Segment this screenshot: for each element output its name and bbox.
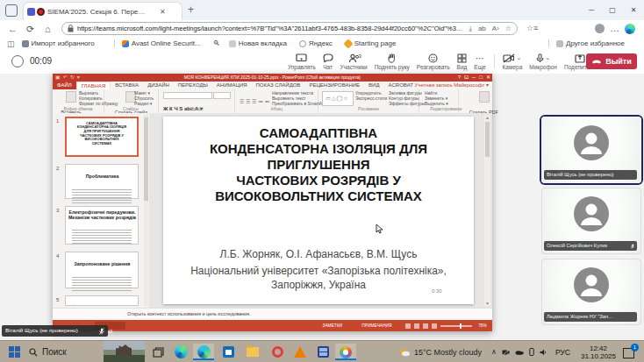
view-button[interactable]: Вид (454, 49, 471, 74)
refresh-icon[interactable]: ⟳ (26, 24, 34, 35)
text-direction-button[interactable]: Направление текста (272, 91, 325, 94)
layout-button[interactable]: Макет ▾ (134, 91, 154, 94)
ppt-help-icon[interactable]: ? (458, 75, 461, 81)
zoom-level[interactable]: 76% (478, 323, 487, 329)
comments-toggle[interactable]: ПРИМЕЧАНИЯ (362, 323, 392, 329)
notes-pane[interactable]: Открыть контекст использования и цель ис… (53, 308, 492, 321)
participant-more-icon[interactable]: ⋯ (640, 314, 644, 321)
tab-slideshow[interactable]: ПОКАЗ СЛАЙДОВ (252, 82, 305, 89)
back-icon[interactable]: ← (8, 24, 18, 34)
participant-tile-1[interactable]: Віталій Щусь (не проверено) (541, 117, 641, 183)
window-maximize-button[interactable]: ▢ (602, 0, 623, 20)
taskbar-store-button[interactable] (218, 344, 239, 360)
react-button[interactable]: Реагировать (413, 49, 454, 74)
bookmark-avast[interactable]: Avast Online Securit... (122, 39, 201, 47)
chat-button[interactable]: Чат (319, 49, 337, 74)
taskbar-opera-button[interactable] (267, 344, 288, 360)
weather-label[interactable]: 15°C Mostly cloudy (414, 348, 482, 357)
slide-thumbnail-2[interactable]: Проблематика (65, 164, 139, 199)
ppt-minimize-icon[interactable]: ─ (472, 75, 476, 81)
camera-chevron-icon[interactable]: ⌄ (516, 54, 521, 61)
tab-view[interactable]: ВИД (364, 82, 383, 89)
notes-toggle[interactable]: ЗАМЕТКИ (322, 323, 341, 329)
slide-thumbnail-4[interactable]: Запропоноване рішення (65, 252, 139, 288)
taskbar-vlc-button[interactable] (290, 344, 311, 360)
browser-menu-icon[interactable]: … (610, 23, 619, 33)
participant-tile-3[interactable]: Людмила Жорняк НУ "Зап… ⋯ (541, 259, 641, 325)
tray-camera-icon[interactable] (502, 349, 510, 356)
translate-icon[interactable]: ab (478, 25, 486, 32)
tray-onedrive-icon[interactable] (515, 349, 524, 355)
url-field[interactable]: https://teams.microsoft.com/light-meetin… (61, 22, 518, 35)
tab-transitions[interactable]: ПЕРЕХОДЫ (174, 82, 212, 89)
tab-actions-icon[interactable] (5, 4, 18, 17)
tab-design[interactable]: ДИЗАЙН (143, 82, 174, 89)
collections-icon[interactable]: ◫ (7, 39, 15, 48)
manage-button[interactable]: Управлять (284, 49, 319, 74)
taskbar-edge-button[interactable] (170, 344, 191, 360)
hidden-icons-chevron[interactable]: ∧ (491, 348, 497, 356)
tab-close-icon[interactable]: ✕ (160, 8, 166, 16)
news-widget-thumbnail[interactable] (104, 341, 145, 362)
favorite-star-icon[interactable]: ☆ (505, 25, 512, 32)
tab-animations[interactable]: АНИМАЦИЯ (212, 82, 252, 89)
window-minimize-button[interactable]: ─ (581, 0, 602, 20)
other-favorites[interactable]: Другое избранное (541, 39, 632, 47)
normal-view-icon[interactable] (405, 323, 411, 329)
raise-hand-button[interactable]: Поднять руку (371, 49, 413, 74)
taskbar-edge-active-button[interactable] (193, 344, 214, 360)
favorites-bar-icon[interactable]: ☆≡ (526, 24, 538, 32)
action-center-button[interactable]: 1 (623, 346, 637, 358)
leave-button[interactable]: Выйти (586, 53, 637, 69)
thumbnail-scrollbar[interactable] (144, 115, 148, 306)
microphone-chevron-icon[interactable]: ⌄ (545, 54, 550, 61)
tab-acrobat[interactable]: ACROBAT (383, 82, 418, 89)
powerpoint-window[interactable]: ▣ ↶ ↻ ▾ МОЯ КОНФЕРЕНЦИЯ ХПИ 2025-01-10-2… (53, 74, 492, 331)
tray-phone-icon[interactable] (529, 348, 534, 356)
taskbar-blue-app-button[interactable] (312, 344, 333, 360)
qat-chevron-icon[interactable]: ▾ (77, 75, 80, 81)
read-aloud-icon[interactable]: A› (492, 25, 499, 32)
taskbar-explorer-button[interactable] (242, 344, 263, 360)
bookmark-startingpage[interactable]: Starting page (345, 39, 397, 47)
account-label[interactable]: Учетная запись Майкрософт ▾ (414, 82, 489, 89)
tab-review[interactable]: РЕЦЕНЗИРОВАНИЕ (304, 82, 364, 89)
slide-sorter-icon[interactable] (414, 323, 419, 329)
bookmark-import[interactable]: Импорт избранного (22, 39, 95, 47)
taskbar-search-label[interactable]: Поиск (42, 347, 67, 357)
new-tab-button[interactable]: + (188, 4, 194, 16)
arrange-button[interactable]: Упорядочить (355, 91, 387, 94)
ppt-ribbon-options-icon[interactable]: ⊡ (464, 75, 469, 81)
browser-tab[interactable]: SIEMA'2025. Секція 6. Пере… ✕ (23, 2, 182, 20)
start-button[interactable] (4, 344, 25, 360)
slide-thumbnail-5[interactable]: Ефект Maxwell-Wagner-Sillars (65, 295, 139, 306)
tab-file[interactable]: ФАЙЛ (53, 82, 76, 89)
find-button[interactable]: Найти (425, 91, 448, 94)
tray-speaker-icon[interactable] (540, 349, 547, 356)
camera-button[interactable]: ⌄ Камера (499, 49, 526, 74)
bookmark-yandex[interactable]: Яндекс (299, 39, 333, 47)
slide-thumbnail-3[interactable]: Електрофізичні передумови. Механізм част… (65, 206, 139, 245)
slide-thumbnail-1[interactable]: САМОАДАПТІВНА КОНДЕНСАТОРНА ІЗОЛЯЦІЯ ДЛЯ… (65, 117, 139, 157)
participant-tile-2[interactable]: Олексій Сергійович Кулик (541, 188, 641, 254)
tab-home[interactable]: ГЛАВНАЯ (76, 82, 111, 90)
slide-canvas[interactable]: САМОАДАПТІВНА КОНДЕНСАТОРНА ІЗОЛЯЦІЯ ДЛЯ… (163, 117, 474, 304)
taskbar-clock[interactable]: 12:42 31.10.2025 (581, 344, 616, 360)
edge-logo-icon[interactable] (625, 24, 635, 34)
taskbar-search-icon[interactable] (29, 348, 38, 357)
language-indicator[interactable]: РУС (555, 348, 570, 357)
slide-scrollbar[interactable]: ▲▼ (484, 115, 490, 306)
reading-view-icon[interactable] (423, 323, 428, 329)
undo-icon[interactable]: ↶ (63, 75, 68, 81)
bookmark-newtab[interactable]: Новая вкладка (229, 39, 287, 47)
zoom-slider[interactable] (440, 325, 472, 327)
participants-button[interactable]: 3 Участники (337, 49, 371, 74)
download-icon[interactable]: ⤓ (469, 25, 472, 33)
save-icon[interactable]: ▣ (55, 75, 61, 81)
ppt-close-icon[interactable]: ✕ (486, 75, 490, 81)
home-icon[interactable]: ⌂ (45, 24, 51, 34)
task-view-button[interactable] (147, 344, 168, 360)
microphone-button[interactable]: ⌄ Микрофон (526, 49, 561, 74)
ppt-maximize-icon[interactable]: □ (479, 75, 483, 81)
search-icon[interactable]: 🔍︎ (213, 39, 220, 47)
